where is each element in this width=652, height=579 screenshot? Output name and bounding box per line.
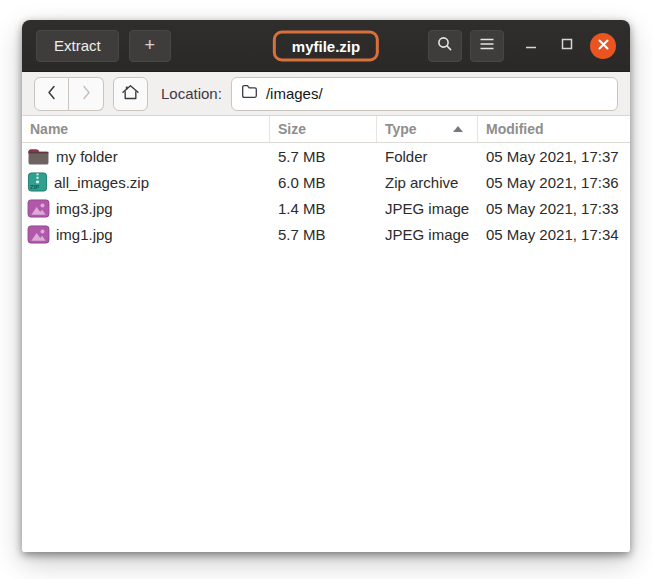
- file-name: all_images.zip: [54, 174, 149, 191]
- menu-button[interactable]: [470, 30, 504, 62]
- file-name: img1.jpg: [56, 226, 113, 243]
- file-size: 1.4 MB: [270, 200, 377, 217]
- sort-ascending-icon: [453, 126, 463, 132]
- file-name: img3.jpg: [56, 200, 113, 217]
- search-button[interactable]: [428, 30, 462, 62]
- file-size: 5.7 MB: [270, 148, 377, 165]
- column-header-modified[interactable]: Modified: [478, 116, 630, 142]
- extract-button[interactable]: Extract: [36, 30, 119, 62]
- table-row[interactable]: img3.jpg1.4 MBJPEG image05 May 2021, 17:…: [22, 195, 630, 221]
- maximize-button[interactable]: [554, 33, 580, 59]
- file-type: JPEG image: [377, 226, 478, 243]
- location-toolbar: Location: /images/: [22, 72, 630, 116]
- svg-text:ZIP: ZIP: [30, 184, 39, 190]
- folder-icon: [27, 147, 50, 166]
- minimize-icon: [524, 37, 538, 55]
- back-button[interactable]: [34, 77, 69, 111]
- close-button[interactable]: [590, 33, 616, 59]
- desktop-background: Extract + myfile.zip: [0, 0, 652, 579]
- hamburger-menu-icon: [479, 37, 495, 54]
- column-headers: Name Size Type Modified: [22, 116, 630, 143]
- column-header-size[interactable]: Size: [270, 116, 377, 142]
- file-type: JPEG image: [377, 200, 478, 217]
- minimize-button[interactable]: [518, 33, 544, 59]
- file-type: Folder: [377, 148, 478, 165]
- forward-button[interactable]: [69, 77, 104, 111]
- table-rows: my folder5.7 MBFolder05 May 2021, 17:37Z…: [22, 143, 630, 552]
- chevron-left-icon: [47, 85, 56, 103]
- file-modified: 05 May 2021, 17:33: [478, 200, 630, 217]
- navigation-buttons: [34, 77, 104, 111]
- search-icon: [436, 35, 454, 56]
- file-modified: 05 May 2021, 17:37: [478, 148, 630, 165]
- file-list: Name Size Type Modified my folder5.7 MBF…: [22, 116, 630, 552]
- folder-outline-icon: [241, 84, 258, 103]
- headerbar: Extract + myfile.zip: [22, 20, 630, 72]
- close-icon: [597, 37, 610, 55]
- image-icon: [27, 199, 50, 218]
- home-icon: [121, 84, 140, 104]
- table-row[interactable]: my folder5.7 MBFolder05 May 2021, 17:37: [22, 143, 630, 169]
- file-size: 6.0 MB: [270, 174, 377, 191]
- chevron-right-icon: [82, 85, 91, 103]
- zip-icon: ZIP: [27, 172, 48, 192]
- location-path-value: /images/: [266, 85, 323, 102]
- table-row[interactable]: img1.jpg5.7 MBJPEG image05 May 2021, 17:…: [22, 221, 630, 247]
- file-modified: 05 May 2021, 17:34: [478, 226, 630, 243]
- home-button[interactable]: [113, 77, 148, 111]
- image-icon: [27, 225, 50, 244]
- file-modified: 05 May 2021, 17:36: [478, 174, 630, 191]
- column-header-name[interactable]: Name: [22, 116, 270, 142]
- location-label: Location:: [161, 85, 222, 102]
- file-type: Zip archive: [377, 174, 478, 191]
- table-row[interactable]: ZIPall_images.zip6.0 MBZip archive05 May…: [22, 169, 630, 195]
- file-size: 5.7 MB: [270, 226, 377, 243]
- column-header-type[interactable]: Type: [377, 116, 478, 142]
- archive-manager-window: Extract + myfile.zip: [22, 20, 630, 552]
- window-title: myfile.zip: [273, 30, 379, 61]
- file-name: my folder: [56, 148, 118, 165]
- headerbar-right-group: [428, 30, 616, 62]
- location-input[interactable]: /images/: [231, 77, 618, 111]
- maximize-icon: [560, 37, 574, 55]
- add-files-button[interactable]: +: [129, 30, 171, 62]
